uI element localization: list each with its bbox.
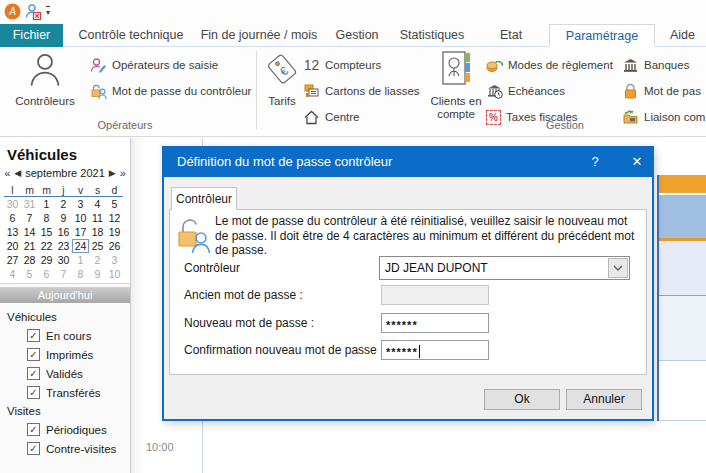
- calendar-day[interactable]: 6: [4, 211, 21, 225]
- calendar-day[interactable]: 28: [21, 253, 38, 267]
- filter-item-imprim-s[interactable]: ✓Imprimés: [0, 345, 130, 364]
- filter-item-valid-s[interactable]: ✓Validés: [0, 364, 130, 383]
- calendar-panel: Véhicules « ◀ septembre 2021 ▶ » lmmjvsd…: [0, 138, 130, 284]
- calendar-day[interactable]: 12: [106, 211, 123, 225]
- ok-button[interactable]: Ok: [484, 389, 560, 410]
- calendar-day[interactable]: 23: [55, 239, 72, 253]
- confirmation-input[interactable]: ******: [381, 340, 489, 360]
- calendar-day[interactable]: 9: [89, 267, 106, 281]
- calendar-day[interactable]: 7: [21, 211, 38, 225]
- calendar-day[interactable]: 16: [55, 225, 72, 239]
- slot-row-1[interactable]: [659, 241, 706, 295]
- tab-statistiques[interactable]: Statistiques: [392, 24, 472, 47]
- tab-aide[interactable]: Aide: [659, 24, 706, 47]
- checkbox-icon[interactable]: ✓: [27, 386, 40, 399]
- calendar-day[interactable]: 21: [21, 239, 38, 253]
- nouveau-input[interactable]: ******: [381, 313, 489, 333]
- calendar-day[interactable]: 15: [38, 225, 55, 239]
- cancel-button[interactable]: Annuler: [566, 389, 642, 410]
- calendar-day[interactable]: 29: [38, 253, 55, 267]
- calendar-day[interactable]: 22: [38, 239, 55, 253]
- checkbox-icon[interactable]: ✓: [27, 348, 40, 361]
- calendar-day[interactable]: 2: [89, 253, 106, 267]
- calendar-day[interactable]: 10: [106, 267, 123, 281]
- checkbox-icon[interactable]: ✓: [27, 423, 40, 436]
- calendar-day[interactable]: 30: [4, 197, 21, 211]
- calendar-day[interactable]: 2: [55, 197, 72, 211]
- prev-month-icon[interactable]: ◀: [14, 168, 21, 178]
- banques-button[interactable]: Banques: [622, 55, 689, 75]
- filter-item-p-riodiques[interactable]: ✓Périodiques: [0, 420, 130, 439]
- calendar-day[interactable]: 4: [89, 197, 106, 211]
- calendar-day[interactable]: 31: [21, 197, 38, 211]
- modes-de-reglement-button[interactable]: Modes de règlement: [486, 55, 613, 75]
- calendar-day[interactable]: 9: [55, 211, 72, 225]
- slot-row-2[interactable]: [659, 296, 706, 360]
- filter-item-transf-r-s[interactable]: ✓Transférés: [0, 383, 130, 402]
- clients-en-compte-button[interactable]: Clients en compte: [430, 49, 482, 121]
- calendar-day[interactable]: 30: [55, 253, 72, 267]
- calendar-day-today[interactable]: 24: [72, 239, 89, 253]
- calendar-day[interactable]: 27: [4, 253, 21, 267]
- mot-de-passe-controleur-button[interactable]: Mot de passe du contrôleur: [90, 81, 251, 101]
- calendar-day[interactable]: 4: [4, 267, 21, 281]
- tab-parametrage[interactable]: Paramétrage: [549, 24, 655, 47]
- calendar-day[interactable]: 10: [72, 211, 89, 225]
- calendar-day[interactable]: 25: [89, 239, 106, 253]
- quick-access-caret-icon[interactable]: ▾: [46, 6, 50, 18]
- app-logo-icon[interactable]: A: [4, 3, 21, 20]
- calendar-month-label[interactable]: septembre 2021: [25, 167, 105, 179]
- calendar-day[interactable]: 5: [106, 197, 123, 211]
- controleurs-button[interactable]: Contrôleurs: [8, 49, 82, 108]
- echeances-button[interactable]: Echéances: [486, 81, 565, 101]
- calendar-day-header: s: [89, 183, 106, 197]
- mot-de-passe-button[interactable]: Mot de pas: [622, 81, 701, 101]
- calendar-day[interactable]: 6: [38, 267, 55, 281]
- calendar-day[interactable]: 20: [4, 239, 21, 253]
- calendar-day[interactable]: 8: [38, 211, 55, 225]
- combo-dropdown-button[interactable]: [608, 258, 628, 278]
- calendar-day[interactable]: 19: [106, 225, 123, 239]
- tab-controle-technique[interactable]: Contrôle technique: [70, 24, 192, 47]
- calendar-day[interactable]: 17: [72, 225, 89, 239]
- calendar-day[interactable]: 1: [72, 253, 89, 267]
- allday-row: [659, 195, 706, 238]
- operator-lock-icon[interactable]: [24, 3, 41, 20]
- checkbox-icon[interactable]: ✓: [27, 367, 40, 380]
- scheduler-day-column: [659, 138, 706, 473]
- calendar-day[interactable]: 8: [72, 267, 89, 281]
- calendar-day[interactable]: 11: [89, 211, 106, 225]
- filter-list: Véhicules✓En cours✓Imprimés✓Validés✓Tran…: [0, 303, 130, 458]
- tab-fin-de-journee[interactable]: Fin de journée / mois: [196, 24, 322, 47]
- calendar-day[interactable]: 7: [55, 267, 72, 281]
- help-button[interactable]: ?: [578, 146, 612, 177]
- today-button[interactable]: Aujourd'hui: [0, 287, 130, 303]
- calendar-day[interactable]: 18: [89, 225, 106, 239]
- calendar-day[interactable]: 14: [21, 225, 38, 239]
- calendar-day[interactable]: 3: [72, 197, 89, 211]
- checkbox-icon[interactable]: ✓: [27, 329, 40, 342]
- calendar-day[interactable]: 3: [106, 253, 123, 267]
- next-month-icon[interactable]: ▶: [109, 168, 116, 178]
- filter-item-contre-visites[interactable]: ✓Contre-visites: [0, 439, 130, 458]
- slot-row-3[interactable]: [659, 361, 706, 420]
- filter-item-en-cours[interactable]: ✓En cours: [0, 326, 130, 345]
- close-button[interactable]: ✕: [620, 146, 654, 177]
- tab-fichier[interactable]: Fichier: [0, 24, 63, 47]
- controleur-select[interactable]: JD JEAN DUPONT: [379, 256, 630, 280]
- tab-gestion[interactable]: Gestion: [326, 24, 388, 47]
- operateurs-de-saisie-button[interactable]: Opérateurs de saisie: [90, 55, 218, 75]
- calendar-day[interactable]: 13: [4, 225, 21, 239]
- next-year-icon[interactable]: »: [120, 167, 126, 179]
- checkbox-icon[interactable]: ✓: [27, 442, 40, 455]
- calendar-day[interactable]: 26: [106, 239, 123, 253]
- compteurs-button[interactable]: 12 Compteurs: [303, 55, 381, 75]
- tarifs-button[interactable]: € Tarifs: [262, 49, 302, 108]
- calendar-day[interactable]: 5: [21, 267, 38, 281]
- prev-year-icon[interactable]: «: [4, 167, 10, 179]
- centre-button[interactable]: Centre: [303, 107, 360, 127]
- calendar-day[interactable]: 1: [38, 197, 55, 211]
- tab-etat[interactable]: Etat: [487, 24, 535, 47]
- cartons-de-liasses-button[interactable]: Cartons de liasses: [303, 81, 420, 101]
- tab-controleur[interactable]: Contrôleur: [171, 187, 237, 210]
